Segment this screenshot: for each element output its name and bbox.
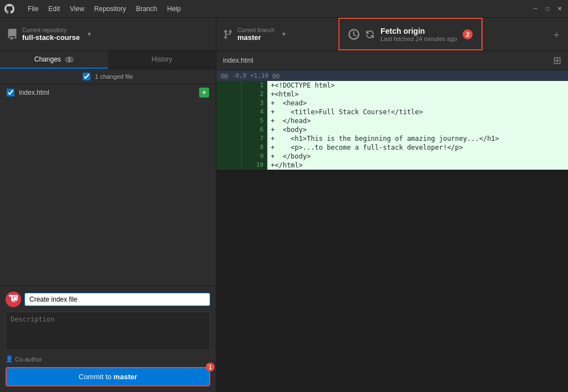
tab-history-label: History [151,55,172,63]
line-no-old [216,143,242,152]
tab-history[interactable]: History [108,51,216,69]
menu-edit[interactable]: Edit [44,4,64,14]
repo-info: Current repository full-stack-course [22,27,80,42]
branch-dropdown-arrow-icon: ▼ [281,31,287,37]
line-no-new: 9 [242,152,267,161]
maximize-button[interactable]: □ [544,5,551,13]
minimize-button[interactable]: ─ [531,5,539,13]
line-content: + </head> [267,116,568,125]
line-no-new: 6 [242,125,267,134]
menu-bar: File Edit View Repository Branch Help [23,4,185,14]
commit-input-row [6,292,210,307]
line-no-old [216,90,242,99]
branch-info: Current branch master [237,27,275,42]
tab-changes[interactable]: Changes 1 [0,51,108,69]
fetch-icon [348,29,359,40]
line-no-new: 7 [242,134,267,143]
diff-header: index.html ⊞ [216,51,568,70]
add-tab-button[interactable]: ＋ [545,18,568,50]
commit-badge: 1 [206,363,215,371]
diff-line-row: 6+ <body> [216,125,568,134]
left-panel: Changes 1 History 1 changed file index.h… [0,51,216,392]
line-content: +</html> [267,161,568,170]
menu-file[interactable]: File [23,4,43,14]
branch-icon [223,29,233,39]
close-button[interactable]: ✕ [556,5,564,13]
fetch-subtitle: Last fetched 24 minutes ago [381,35,457,42]
branch-name: master [237,33,275,42]
repo-label: Current repository [22,27,80,33]
list-item[interactable]: index.html + [0,84,216,101]
changed-files-count: 1 changed file [95,73,133,80]
fetch-title: Fetch origin [381,27,457,35]
line-no-old [216,125,242,134]
line-content: + <title>Full Stack Course!</title> [267,108,568,116]
repo-name: full-stack-course [22,33,80,42]
line-content: +<!DOCTYPE html> [267,81,568,90]
commit-button-text: Commit to [79,373,111,381]
file-name: index.html [19,89,199,96]
power-icon [9,295,18,304]
co-author-label: Co-author [15,356,42,363]
github-logo-icon [4,4,14,14]
diff-line-row: 1+<!DOCTYPE html> [216,81,568,90]
window-controls: ─ □ ✕ [531,5,564,13]
diff-meta-line: @@ -0,0 +1,10 @@ [216,70,568,81]
sync-icon [365,29,375,39]
line-no-new: 1 [242,81,267,90]
line-no-old [216,116,242,125]
line-content: + <p>...to become a full-stack developer… [267,143,568,152]
changed-files-header: 1 changed file [0,69,216,84]
diff-line-row: 5+ </head> [216,116,568,125]
diff-lines: 1+<!DOCTYPE html>2+<html>3+ <head>4+ <ti… [216,81,568,170]
line-no-new: 3 [242,99,267,108]
changes-badge: 1 [65,57,74,63]
toolbar: Current repository full-stack-course ▼ C… [0,18,568,51]
diff-line-row: 10+</html> [216,161,568,170]
line-no-old [216,152,242,161]
menu-view[interactable]: View [65,4,89,14]
line-no-old [216,134,242,143]
menu-branch[interactable]: Branch [131,4,161,14]
line-content: + <head> [267,99,568,108]
commit-title-input[interactable] [24,293,210,306]
current-branch-section[interactable]: Current branch master ▼ [216,18,338,50]
diff-line-row: 9+ </body> [216,152,568,161]
co-author-button[interactable]: 👤 Co-author [6,355,42,363]
diff-line-row: 3+ <head> [216,99,568,108]
line-no-old [216,161,242,170]
repository-icon [7,29,18,40]
fetch-badge: 2 [463,29,473,39]
menu-help[interactable]: Help [163,4,185,14]
file-status-badge: + [199,88,209,98]
person-icon: 👤 [6,355,13,363]
diff-content: @@ -0,0 +1,10 @@ 1+<!DOCTYPE html>2+<htm… [216,70,568,392]
diff-add-icon[interactable]: ⊞ [553,54,561,67]
diff-line-row: 7+ <h1>This is the beginning of amazing … [216,134,568,143]
commit-btn-border: Commit to master [6,367,210,386]
line-content: + <h1>This is the beginning of amazing j… [267,134,568,143]
diff-filename: index.html [223,57,253,64]
menu-repository[interactable]: Repository [90,4,130,14]
commit-description-input[interactable] [6,312,210,350]
line-no-new: 10 [242,161,267,170]
commit-branch-name: master [114,373,138,381]
line-no-old [216,108,242,116]
current-repository-section[interactable]: Current repository full-stack-course ▼ [0,18,216,50]
file-list: index.html + [0,84,216,286]
main-content: Changes 1 History 1 changed file index.h… [0,51,568,392]
fetch-origin-button[interactable]: Fetch origin Last fetched 24 minutes ago… [338,18,483,50]
line-no-new: 2 [242,90,267,99]
commit-button[interactable]: Commit to master [7,368,209,385]
tab-changes-label: Changes [34,55,61,63]
avatar [6,292,21,307]
select-all-checkbox[interactable] [83,73,90,80]
commit-button-wrapper: Commit to master 1 [6,367,210,386]
plus-icon: ＋ [551,28,561,41]
line-content: + <body> [267,125,568,134]
file-checkbox[interactable] [7,89,14,96]
commit-footer: 👤 Co-author [6,355,210,363]
line-no-old [216,81,242,90]
diff-line-row: 2+<html> [216,90,568,99]
line-no-new: 4 [242,108,267,116]
